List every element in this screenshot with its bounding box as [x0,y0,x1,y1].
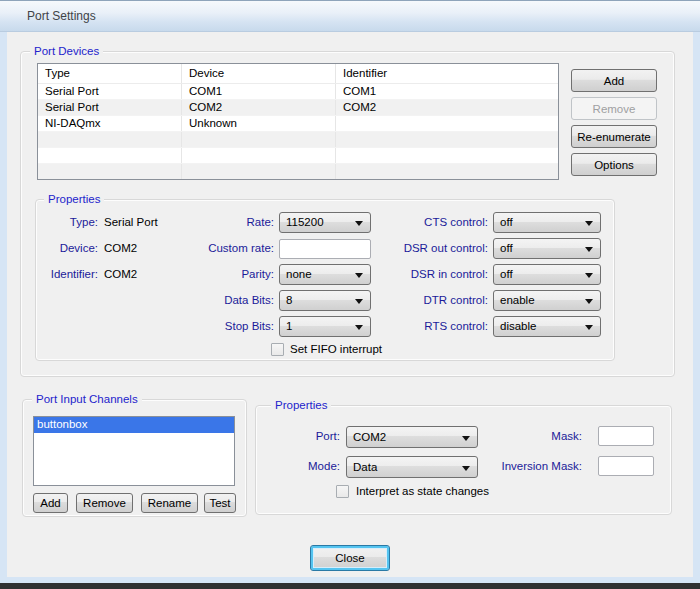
rate-select[interactable]: 115200 [279,212,371,233]
device-value: COM2 [104,242,137,254]
channel-listbox[interactable]: buttonbox [33,416,235,486]
custom-rate-label: Custom rate: [180,242,274,254]
dsr-out-control-selected-value: off [500,242,513,254]
type-value: Serial Port [104,216,158,228]
device-properties-caption: Properties [44,193,104,205]
rts-control-select[interactable]: disable [493,316,601,337]
remove-device-button[interactable]: Remove [571,97,657,120]
stop-bits-selected-value: 1 [286,320,292,332]
custom-rate-input[interactable] [279,239,371,259]
device-label: Device: [38,242,98,254]
chevron-down-icon [585,273,593,278]
rate-selected-value: 115200 [286,216,324,228]
dsr-out-control-select[interactable]: off [493,238,601,259]
cell-device: COM2 [182,100,336,115]
chevron-down-icon [585,325,593,330]
chevron-down-icon [355,325,363,330]
cell-device: COM1 [182,84,336,99]
mode-select[interactable]: Data [346,456,478,478]
options-button[interactable]: Options [571,153,657,176]
dsr-in-control-label: DSR in control: [388,268,488,280]
interpret-state-changes-checkbox[interactable] [336,485,349,498]
remove-channel-button[interactable]: Remove [76,493,133,513]
column-header-type: Type [38,64,182,83]
cts-control-select[interactable]: off [493,212,601,233]
port-devices-caption: Port Devices [30,45,103,57]
port-devices-table[interactable]: Type Device Identifier Serial Port COM1 … [37,63,559,180]
chevron-down-icon [585,221,593,226]
cell-empty [336,164,558,179]
chevron-down-icon [462,436,470,441]
port-label: Port: [270,430,340,442]
port-settings-dialog: Port Settings Port Devices Type Device I… [0,0,700,583]
window-title: Port Settings [27,9,96,23]
mask-input[interactable] [598,426,654,446]
chevron-down-icon [355,273,363,278]
title-bar[interactable]: Port Settings [0,1,700,32]
column-header-device: Device [182,64,336,83]
set-fifo-interrupt-label: Set FIFO interrupt [290,343,382,355]
test-channel-button[interactable]: Test [204,493,236,513]
cell-empty [336,132,558,147]
parity-select[interactable]: none [279,264,371,285]
type-label: Type: [38,216,98,228]
data-bits-select[interactable]: 8 [279,290,371,311]
close-button[interactable]: Close [310,545,390,571]
table-row[interactable]: Serial Port COM1 COM1 [38,84,558,100]
stop-bits-select[interactable]: 1 [279,316,371,337]
table-header-row: Type Device Identifier [38,64,558,84]
port-selected-value: COM2 [353,431,386,443]
table-row[interactable]: Serial Port COM2 COM2 [38,100,558,116]
rate-label: Rate: [180,216,274,228]
add-channel-button[interactable]: Add [33,493,68,513]
mode-selected-value: Data [353,461,377,473]
dsr-in-control-selected-value: off [500,268,513,280]
chevron-down-icon [462,466,470,471]
list-item-buttonbox[interactable]: buttonbox [34,417,234,433]
port-select[interactable]: COM2 [346,426,478,448]
dtr-control-selected-value: enable [500,294,535,306]
dtr-control-label: DTR control: [388,294,488,306]
table-row[interactable]: NI-DAQmx Unknown [38,116,558,132]
table-row-empty [38,132,558,148]
chevron-down-icon [355,299,363,304]
cell-empty [182,132,336,147]
set-fifo-interrupt-checkbox[interactable] [271,343,284,356]
table-row-empty [38,164,558,180]
cell-empty [182,148,336,163]
inversion-mask-input[interactable] [598,456,654,476]
add-device-button[interactable]: Add [571,69,657,92]
table-row-empty [38,148,558,164]
cell-empty [38,148,182,163]
rts-control-selected-value: disable [500,320,536,332]
screen: Port Settings Port Devices Type Device I… [0,0,700,589]
cell-empty [336,148,558,163]
chevron-down-icon [355,221,363,226]
identifier-label: Identifier: [38,268,98,280]
cts-control-selected-value: off [500,216,513,228]
reenumerate-button[interactable]: Re-enumerate [571,125,657,148]
cell-identifier: COM2 [336,100,558,115]
dtr-control-select[interactable]: enable [493,290,601,311]
cell-type: Serial Port [38,100,182,115]
parity-label: Parity: [180,268,274,280]
cts-control-label: CTS control: [388,216,488,228]
column-header-identifier: Identifier [336,64,558,83]
data-bits-label: Data Bits: [180,294,274,306]
cell-empty [182,164,336,179]
inversion-mask-label: Inversion Mask: [480,460,582,472]
parity-selected-value: none [286,268,312,280]
cell-device: Unknown [182,116,336,131]
rename-channel-button[interactable]: Rename [141,493,198,513]
channel-properties-caption: Properties [271,399,331,411]
rts-control-label: RTS control: [388,320,488,332]
mode-label: Mode: [270,460,340,472]
cell-identifier: COM1 [336,84,558,99]
port-input-channels-caption: Port Input Channels [32,393,142,405]
identifier-value: COM2 [104,268,137,280]
mask-label: Mask: [480,430,582,442]
cell-empty [38,164,182,179]
cell-empty [38,132,182,147]
dsr-out-control-label: DSR out control: [388,242,488,254]
dsr-in-control-select[interactable]: off [493,264,601,285]
